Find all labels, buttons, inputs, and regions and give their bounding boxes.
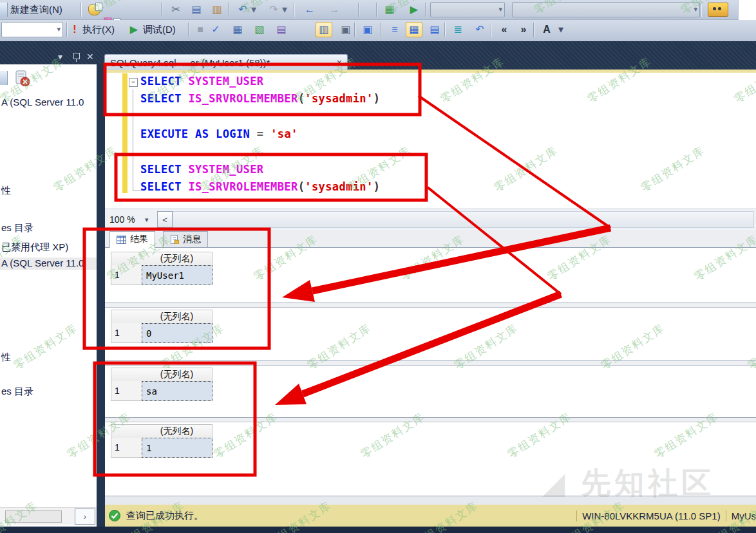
start-icon[interactable]: ▶ xyxy=(406,2,422,17)
new-database-engine-query-icon[interactable] xyxy=(86,2,102,17)
sqlcmd-mode-icon-glyph: ▣ xyxy=(341,24,350,35)
navigate-forward-icon[interactable]: → xyxy=(326,2,343,17)
sidebar-item[interactable]: A (SQL Server 11.0 xyxy=(0,257,97,270)
activity-monitor-icon-glyph: ▦ xyxy=(384,5,394,15)
toolbar-overflow-icon[interactable]: ▾ xyxy=(556,22,565,37)
copy-icon[interactable]: ▤ xyxy=(188,2,205,17)
query-options-icon[interactable]: ▦ xyxy=(229,22,246,37)
cut-icon[interactable]: ✂ xyxy=(167,2,184,17)
debug-button[interactable]: 调试(D) xyxy=(143,24,176,36)
grid-row-header[interactable]: 1 xyxy=(111,438,142,458)
indent-icon[interactable]: » xyxy=(515,22,532,37)
chevron-down-icon[interactable]: ▾ xyxy=(145,216,149,224)
results-to-file-icon[interactable]: ▤ xyxy=(426,22,443,37)
sidebar-item[interactable]: 性 xyxy=(1,351,11,364)
sqlcmd-mode-icon[interactable]: ▣ xyxy=(337,22,354,37)
toolbar-combo-2[interactable]: ▾ xyxy=(512,2,700,17)
grid-corner-cell[interactable] xyxy=(111,252,142,266)
chevron-down-icon[interactable]: ▾ xyxy=(58,52,62,61)
grid-column-header[interactable]: (无列名) xyxy=(142,310,213,324)
grid-column-header[interactable]: (无列名) xyxy=(142,252,213,266)
sidebar-item[interactable]: 性 xyxy=(1,185,11,197)
grid-cell[interactable]: 0 xyxy=(142,323,213,343)
grid-row-header[interactable]: 1 xyxy=(111,265,142,285)
paste-icon[interactable]: ▥ xyxy=(209,2,225,17)
available-databases-combo[interactable]: ▾ xyxy=(1,22,63,37)
connect-partial-icon[interactable] xyxy=(0,3,8,17)
editor-bottom-bar: 100 % ▾ < xyxy=(105,209,756,230)
grid-splitter[interactable] xyxy=(105,360,756,366)
grid-splitter[interactable] xyxy=(105,303,756,308)
undo-dropdown-icon[interactable]: ▾ xyxy=(250,2,258,17)
debug-play-icon[interactable]: ▶ xyxy=(128,22,140,37)
horizontal-scrollbar[interactable] xyxy=(173,211,754,228)
intellisense-icon[interactable]: ▧ xyxy=(251,22,268,37)
cut-icon-glyph: ✂ xyxy=(171,5,180,15)
close-icon[interactable]: × xyxy=(337,57,342,68)
redo-icon[interactable]: ↷ xyxy=(265,2,282,17)
execute-button[interactable]: 执行(X) xyxy=(82,24,115,36)
stop-script-icon[interactable] xyxy=(14,70,30,86)
grid-corner-cell[interactable] xyxy=(111,310,142,324)
db-cylinder-shape xyxy=(88,5,100,15)
zoom-level[interactable]: 100 % xyxy=(109,214,135,225)
sidebar-item[interactable]: 已禁用代理 XP) xyxy=(1,241,68,254)
scrollbar-left-button[interactable]: < xyxy=(157,211,173,228)
grid-corner-cell[interactable] xyxy=(111,424,142,438)
grid-cell[interactable]: 1 xyxy=(142,438,213,458)
comment-lines-icon[interactable]: ≣ xyxy=(449,22,466,37)
results-pane-icon[interactable]: ▥ xyxy=(316,22,332,37)
new-query-button[interactable]: 新建查询(N) xyxy=(10,4,62,16)
scrollbar-thumb[interactable] xyxy=(5,510,62,523)
tab-messages[interactable]: 消息 xyxy=(163,231,208,248)
close-icon[interactable]: ✕ xyxy=(86,52,94,61)
code-token: EXECUTE xyxy=(140,127,188,140)
outdent-icon-glyph: « xyxy=(502,24,507,35)
toolbar-separator xyxy=(354,23,355,37)
toolbar-separator xyxy=(161,3,162,17)
database-sync-icon[interactable]: ▣ xyxy=(359,22,376,37)
results-to-grid-icon[interactable]: ▦ xyxy=(406,22,422,37)
query-options-icon-glyph: ▦ xyxy=(232,24,242,35)
grid-row-header[interactable]: 1 xyxy=(111,323,142,343)
sidebar-item[interactable]: es 目录 xyxy=(1,386,33,398)
parse-icon[interactable]: ✓ xyxy=(207,22,224,37)
pin-icon[interactable] xyxy=(73,53,80,59)
execute-exclamation-icon[interactable]: ! xyxy=(70,22,80,37)
change-case-icon[interactable]: A xyxy=(538,22,555,37)
toolbar-separator xyxy=(228,3,229,17)
activity-monitor-icon[interactable]: ▦ xyxy=(381,2,398,17)
grid-row-header[interactable]: 1 xyxy=(111,381,142,401)
result-grid: (无列名)1MyUser1 xyxy=(105,250,756,303)
toolbar-combo-1[interactable]: ▾ xyxy=(430,2,505,17)
results-to-text-icon[interactable]: ≡ xyxy=(386,22,403,37)
success-check-icon xyxy=(108,509,121,522)
code-token: 'sa' xyxy=(270,127,298,140)
explorer-toolbar-partial-icon[interactable] xyxy=(0,71,8,85)
comment-lines-icon-glyph: ≣ xyxy=(453,24,462,35)
undo-icon[interactable]: ↶ xyxy=(234,2,251,17)
navigate-back-icon[interactable]: ← xyxy=(301,2,318,17)
find-in-files-icon[interactable] xyxy=(706,2,730,17)
tab-results[interactable]: 结果 xyxy=(109,231,155,248)
stop-icon[interactable]: ■ xyxy=(192,22,209,37)
document-tab[interactable]: SQLQuery4.sql -...er (MyUser1 (58))* × xyxy=(104,54,348,70)
outdent-icon[interactable]: « xyxy=(496,22,513,37)
scrollbar-right-button[interactable]: › xyxy=(75,509,95,525)
object-explorer-panel: A (SQL Server 11.0性es 目录已禁用代理 XP)A (SQL … xyxy=(0,64,97,527)
panel-splitter[interactable] xyxy=(97,64,105,527)
grid-column-header[interactable]: (无列名) xyxy=(142,424,213,438)
grid-splitter[interactable] xyxy=(105,417,756,422)
sidebar-item[interactable]: es 目录 xyxy=(1,222,33,234)
sidebar-item[interactable]: A (SQL Server 11.0 xyxy=(1,97,84,109)
grid-corner-cell[interactable] xyxy=(111,368,142,382)
redo-dropdown-icon[interactable]: ▾ xyxy=(281,2,288,17)
sql-editor[interactable]: − SELECT SYSTEM_USERSELECT IS_SRVROLEMEM… xyxy=(105,73,756,209)
collapse-region-icon[interactable]: − xyxy=(129,78,138,87)
undo-lines-icon[interactable]: ↶ xyxy=(471,22,488,37)
grid-cell[interactable]: MyUser1 xyxy=(142,265,213,285)
snippets-icon[interactable]: ▤ xyxy=(273,22,290,37)
horizontal-scrollbar[interactable]: › xyxy=(0,507,97,525)
grid-column-header[interactable]: (无列名) xyxy=(142,368,213,382)
grid-cell[interactable]: sa xyxy=(142,381,213,401)
